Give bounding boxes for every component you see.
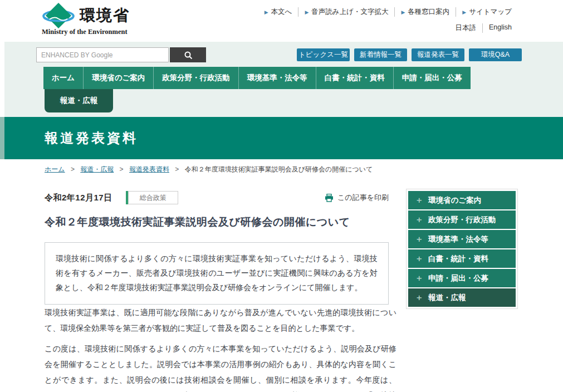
category-tag[interactable]: 総合政策	[128, 191, 178, 204]
breadcrumb-separator: >	[71, 165, 75, 173]
toolbar-strip: トピックス一覧 新着情報一覧 報道発表一覧 環境Q&A ホーム 環境省のご案内 …	[4, 42, 563, 117]
language-switch: 日本語 English	[449, 23, 518, 33]
breadcrumb-home[interactable]: ホーム	[45, 165, 65, 173]
article-title: 令和２年度環境技術実証事業説明会及び研修会の開催について	[45, 215, 350, 229]
article-summary-box: 環境技術に関係するより多くの方々に環境技術実証事業を知っていただけるよう、環境技…	[45, 242, 389, 305]
ministry-logo-icon	[42, 2, 75, 29]
quick-link-news[interactable]: 新着情報一覧	[354, 48, 407, 61]
utility-link-contact[interactable]: 各種窓口案内	[408, 7, 449, 17]
plus-icon: ＋	[415, 253, 423, 264]
printer-icon	[325, 194, 334, 202]
article-body: 環境技術実証事業は、既に適用可能な段階にありながら普及が進んでいない先進的環境技…	[45, 305, 396, 392]
breadcrumb-press-releases[interactable]: 報道発表資料	[129, 165, 169, 173]
ministry-name-jp: 環境省	[80, 5, 130, 26]
breadcrumb: ホーム > 報道・広報 > 報道発表資料 > 令和２年度環境技術実証事業説明会及…	[45, 165, 373, 174]
breadcrumb-separator: >	[175, 165, 179, 173]
sidebar-item-label: 申請・届出・公募	[428, 273, 488, 283]
sidebar-item-label: 政策分野・行政活動	[428, 215, 496, 225]
nav-item-about[interactable]: 環境省のご案内	[83, 67, 153, 89]
breadcrumb-press-publicity[interactable]: 報道・広報	[80, 165, 114, 173]
utility-link-main-content[interactable]: 本文へ	[271, 7, 292, 17]
sidebar-item-label: 報道・広報	[428, 293, 466, 303]
page-banner: 報道発表資料	[0, 117, 563, 159]
lang-english[interactable]: English	[489, 23, 512, 31]
plus-icon: ＋	[415, 195, 423, 205]
ministry-name-en: Ministry of the Environment	[42, 28, 130, 36]
sidebar-item-label: 環境基準・法令等	[428, 234, 488, 244]
nav-item-whitepapers[interactable]: 白書・統計・資料	[316, 67, 393, 89]
article-meta: 令和2年12月17日 総合政策 この記事を印刷	[45, 191, 389, 204]
quick-links: トピックス一覧 新着情報一覧 報道発表一覧 環境Q&A	[297, 48, 522, 61]
quick-link-topics[interactable]: トピックス一覧	[297, 48, 350, 61]
nav-item-applications[interactable]: 申請・届出・公募	[393, 67, 471, 89]
sidebar-item-standards[interactable]: ＋ 環境基準・法令等	[408, 230, 516, 248]
sidebar-item-label: 白書・統計・資料	[428, 254, 488, 264]
breadcrumb-separator: >	[120, 165, 124, 173]
ministry-logo[interactable]: 環境省 Ministry of the Environment	[42, 2, 130, 36]
article-paragraph: この度は、環境技術に関係するより多くの方々に本事業を知っていただけるよう、説明会…	[45, 341, 396, 392]
article-date: 令和2年12月17日	[45, 193, 112, 203]
sidebar-item-about[interactable]: ＋ 環境省のご案内	[408, 191, 516, 209]
sidebar-menu: ＋ 環境省のご案内 ＋ 政策分野・行政活動 ＋ 環境基準・法令等 ＋ 白書・統計…	[406, 189, 518, 309]
search-icon	[184, 51, 193, 60]
print-label: この記事を印刷	[337, 193, 389, 203]
sidebar-item-applications[interactable]: ＋ 申請・届出・公募	[408, 269, 516, 287]
article-paragraph: 環境技術実証事業は、既に適用可能な段階にありながら普及が進んでいない先進的環境技…	[45, 305, 396, 336]
nav-item-policy[interactable]: 政策分野・行政活動	[153, 67, 238, 89]
nav-item-standards[interactable]: 環境基準・法令等	[238, 67, 316, 89]
article-summary-text: 環境技術に関係するより多くの方々に環境技術実証事業を知っていただけるよう、環境技…	[56, 254, 378, 292]
page-banner-title: 報道発表資料	[45, 117, 138, 159]
main-nav: ホーム 環境省のご案内 政策分野・行政活動 環境基準・法令等 白書・統計・資料 …	[43, 67, 471, 89]
tab-press-publicity[interactable]: 報道・広報	[45, 89, 113, 112]
utility-nav: ▶本文へ ▶音声読み上げ・文字拡大 ▶各種窓口案内 ▶サイトマップ	[258, 7, 518, 17]
plus-icon: ＋	[415, 273, 423, 283]
utility-link-sitemap[interactable]: サイトマップ	[469, 7, 512, 17]
breadcrumb-current: 令和２年度環境技術実証事業説明会及び研修会の開催について	[185, 165, 373, 173]
arrow-icon: ▶	[305, 9, 309, 15]
arrow-icon: ▶	[462, 9, 466, 15]
utility-link-accessibility[interactable]: 音声読み上げ・文字拡大	[311, 7, 388, 17]
sidebar-item-press-publicity[interactable]: ＋ 報道・広報	[408, 288, 516, 307]
plus-icon: ＋	[415, 234, 423, 244]
sidebar-item-label: 環境省のご案内	[428, 195, 481, 205]
nav-item-home[interactable]: ホーム	[43, 67, 83, 89]
category-tag-wrap: 総合政策	[126, 191, 178, 204]
arrow-icon: ▶	[265, 9, 268, 15]
search-input[interactable]	[36, 47, 169, 62]
plus-icon: ＋	[415, 214, 423, 225]
plus-icon: ＋	[415, 292, 423, 303]
arrow-icon: ▶	[401, 9, 405, 15]
quick-link-qa[interactable]: 環境Q&A	[469, 48, 522, 61]
quick-link-press[interactable]: 報道発表一覧	[412, 48, 464, 61]
print-link[interactable]: この記事を印刷	[325, 193, 389, 203]
search-button[interactable]	[170, 47, 206, 62]
sidebar-item-whitepapers[interactable]: ＋ 白書・統計・資料	[408, 249, 516, 268]
sidebar-item-policy[interactable]: ＋ 政策分野・行政活動	[408, 210, 516, 229]
banner-accent-stripe	[0, 117, 4, 159]
page: 環境省 Ministry of the Environment ▶本文へ ▶音声…	[0, 0, 563, 392]
lang-japanese[interactable]: 日本語	[456, 24, 477, 32]
